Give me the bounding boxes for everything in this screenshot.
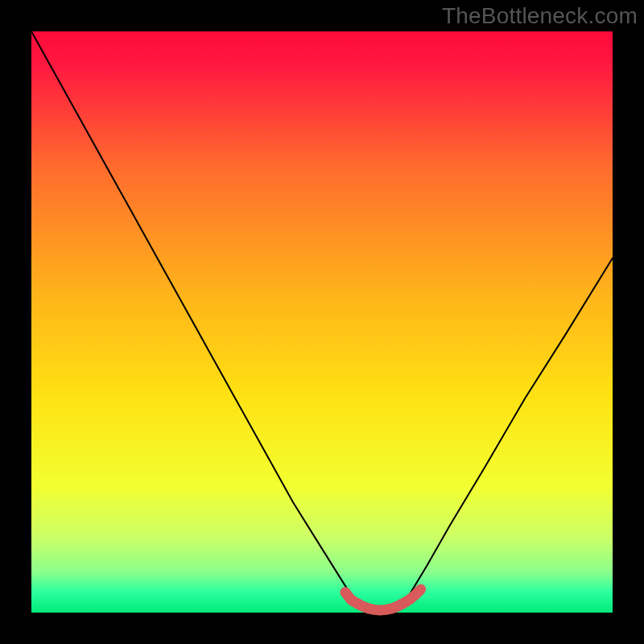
plot-background	[31, 31, 613, 613]
watermark-label: TheBottleneck.com	[442, 3, 638, 29]
bottleneck-chart	[0, 0, 644, 644]
chart-frame: TheBottleneck.com	[0, 0, 644, 644]
